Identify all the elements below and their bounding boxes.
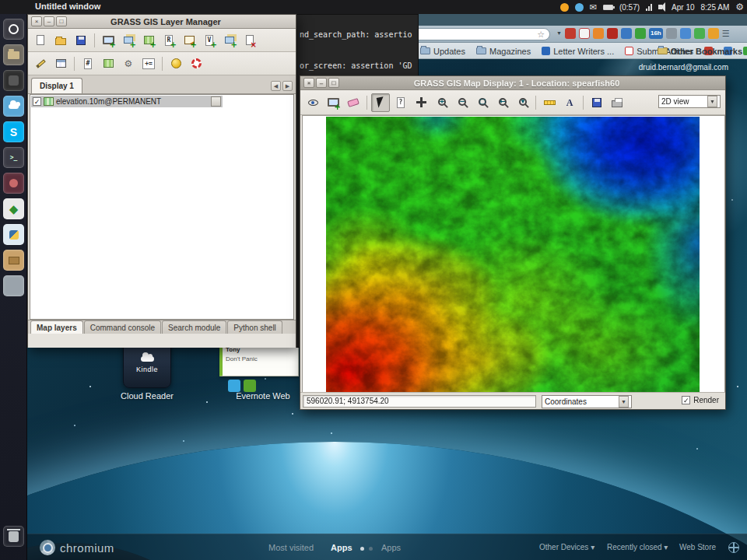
- minimize-button[interactable]: –: [316, 78, 327, 88]
- browser-menu-icon[interactable]: ☰: [722, 28, 730, 39]
- new-workspace-icon[interactable]: [31, 31, 50, 50]
- pan-tool-icon[interactable]: [412, 93, 430, 112]
- tab-command-console[interactable]: Command console: [84, 320, 161, 334]
- remove-layer-icon[interactable]: [240, 31, 259, 50]
- extension-icon[interactable]: [607, 28, 618, 39]
- launcher-skype[interactable]: S: [3, 121, 24, 142]
- add-vector-misc-icon[interactable]: V: [200, 31, 219, 50]
- extension-icon[interactable]: [565, 28, 576, 39]
- pointer-tool-icon[interactable]: [371, 93, 390, 112]
- skype-mini-icon[interactable]: [228, 380, 240, 392]
- battery-icon[interactable]: [603, 5, 613, 10]
- layer-checkbox[interactable]: ✓: [33, 97, 41, 106]
- launcher-dash-home[interactable]: [3, 19, 24, 40]
- bookmark-favicon[interactable]: [743, 47, 747, 55]
- tab-display-1[interactable]: Display 1: [31, 78, 82, 93]
- launcher-python-tools[interactable]: [3, 224, 24, 245]
- evernote-elephant-icon[interactable]: [244, 380, 256, 392]
- maximize-button[interactable]: □: [328, 78, 339, 88]
- bookmark-item[interactable]: Letter Writers ...: [542, 47, 614, 56]
- layer-list[interactable]: ✓ elevation.10m@PERMANENT: [30, 94, 294, 320]
- launcher-disk-utility[interactable]: [3, 275, 24, 296]
- maximize-button[interactable]: □: [56, 16, 67, 26]
- link-recently-closed[interactable]: Recently closed ▾: [607, 543, 668, 551]
- show-display-icon[interactable]: [303, 93, 322, 112]
- help-icon[interactable]: [187, 54, 205, 73]
- map-display-titlebar[interactable]: × – □ GRASS GIS Map Display: 1 - Locatio…: [300, 76, 725, 90]
- launcher-grass-gis[interactable]: ◆: [3, 198, 24, 219]
- attribute-table-icon[interactable]: [51, 54, 70, 73]
- settings-icon[interactable]: [167, 54, 185, 73]
- tab-search-module[interactable]: Search module: [162, 320, 226, 334]
- tab-python-shell[interactable]: Python shell: [227, 320, 282, 334]
- layer-manager-titlebar[interactable]: × – □ GRASS GIS Layer Manager: [28, 15, 296, 29]
- extension-icon[interactable]: [694, 28, 705, 39]
- settings-gear-icon[interactable]: [666, 28, 677, 39]
- zoom-options-icon[interactable]: ▾: [513, 93, 531, 112]
- panel-clock[interactable]: 8:25 AM: [701, 3, 730, 12]
- render-checkbox[interactable]: ✓: [682, 396, 690, 404]
- extension-icon[interactable]: [708, 28, 719, 39]
- minimize-button[interactable]: –: [44, 16, 54, 26]
- extension-icon[interactable]: [635, 28, 646, 39]
- other-bookmarks-button[interactable]: Other Bookmarks: [658, 43, 742, 59]
- launcher-image-editor[interactable]: [3, 70, 24, 91]
- add-vector-layer-icon[interactable]: [180, 31, 198, 50]
- link-other-devices[interactable]: Other Devices ▾: [539, 543, 594, 551]
- launcher-files[interactable]: [3, 44, 24, 65]
- new-map-display-icon[interactable]: [99, 31, 117, 50]
- tab-scroll-left-icon[interactable]: ◀: [271, 81, 281, 91]
- tab-scroll-right-icon[interactable]: ▶: [282, 81, 293, 91]
- erase-display-icon[interactable]: [344, 93, 363, 112]
- link-web-store[interactable]: Web Store: [679, 543, 716, 551]
- add-overlay-icon[interactable]: A: [560, 93, 579, 112]
- page-dots[interactable]: [360, 547, 373, 551]
- signed-in-email[interactable]: druid.bernard@gmail.com: [639, 63, 728, 72]
- zoom-out-icon[interactable]: −: [452, 93, 471, 112]
- query-tool-icon[interactable]: ?: [391, 93, 410, 112]
- launcher-trash[interactable]: [3, 526, 24, 547]
- nav-apps-active[interactable]: Apps: [331, 543, 352, 552]
- layer-row[interactable]: ✓ elevation.10m@PERMANENT: [31, 96, 223, 107]
- render-map-icon[interactable]: [324, 93, 342, 112]
- add-multiple-layers-icon[interactable]: [119, 31, 138, 50]
- bookmark-item[interactable]: Magazines: [476, 47, 531, 56]
- extension-icon[interactable]: [593, 28, 604, 39]
- open-workspace-icon[interactable]: [51, 31, 70, 50]
- app-indicator-icon[interactable]: [575, 3, 584, 12]
- app-label-cloud-reader[interactable]: Cloud Reader: [96, 391, 198, 401]
- messaging-menu-icon[interactable]: ✉: [590, 2, 597, 12]
- sound-menu-icon[interactable]: [658, 5, 662, 9]
- launcher-ubuntu-one[interactable]: [3, 96, 24, 117]
- map-calculator-icon[interactable]: +=: [139, 54, 158, 73]
- zoom-in-icon[interactable]: +: [432, 93, 451, 112]
- extension-icon[interactable]: [579, 28, 590, 39]
- network-signal-icon[interactable]: [646, 4, 652, 11]
- layer-row-button[interactable]: [211, 96, 221, 107]
- panel-date[interactable]: Apr 10: [672, 3, 694, 12]
- close-button[interactable]: ×: [303, 78, 314, 88]
- map-canvas[interactable]: [302, 115, 725, 394]
- zoom-extent-icon[interactable]: □: [472, 93, 491, 112]
- save-display-icon[interactable]: [587, 93, 606, 112]
- print-display-icon[interactable]: [608, 93, 626, 112]
- extension-icon[interactable]: [680, 28, 691, 39]
- close-button[interactable]: ×: [31, 16, 42, 26]
- graphical-modeler-icon[interactable]: ⚙: [119, 54, 138, 73]
- zoom-previous-icon[interactable]: ←: [493, 93, 511, 112]
- app-icon-cloud-reader[interactable]: Kindle: [123, 341, 171, 388]
- panel-window-title[interactable]: Untitled window: [35, 2, 100, 11]
- session-menu-icon[interactable]: ⚙: [735, 2, 744, 12]
- extension-icon[interactable]: [621, 28, 632, 39]
- coordinates-readout[interactable]: 596020.91; 4913754.20: [303, 395, 536, 408]
- georectify-icon[interactable]: [99, 54, 117, 73]
- nav-apps-2[interactable]: Apps: [381, 543, 401, 552]
- nav-most-visited[interactable]: Most visited: [268, 543, 314, 552]
- gcp-manager-icon[interactable]: #: [79, 54, 97, 73]
- omnibox-dropdown-icon[interactable]: ▼: [556, 28, 562, 39]
- digitize-icon[interactable]: [31, 54, 50, 73]
- add-group-icon[interactable]: [220, 31, 239, 50]
- add-raster-misc-icon[interactable]: R: [160, 31, 178, 50]
- statusbar-mode-select[interactable]: Coordinates ▼: [542, 395, 632, 408]
- render-toggle[interactable]: ✓ Render: [682, 396, 719, 404]
